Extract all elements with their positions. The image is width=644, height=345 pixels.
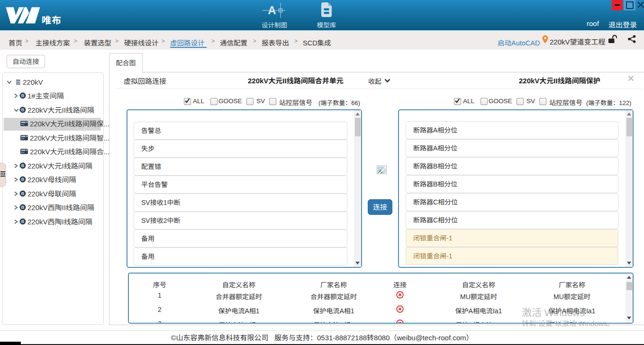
svg-text:B: B xyxy=(21,107,25,112)
svg-text:B: B xyxy=(21,177,25,182)
svg-text:B: B xyxy=(21,205,25,210)
svg-text:B: B xyxy=(21,93,25,98)
svg-text:A: A xyxy=(268,4,276,17)
svg-text:B: B xyxy=(21,191,25,196)
svg-text:B: B xyxy=(21,219,25,224)
svg-text:B: B xyxy=(21,163,25,168)
